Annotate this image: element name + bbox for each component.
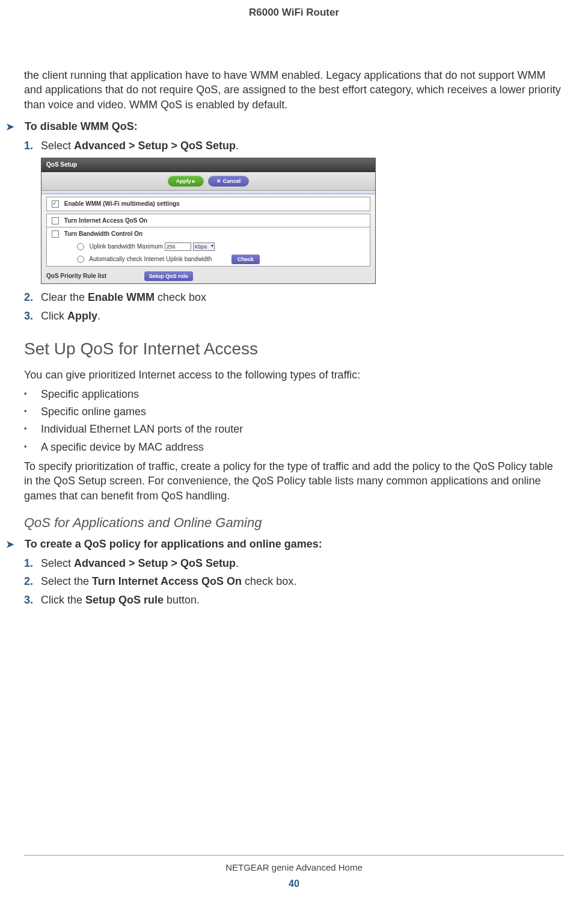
chevron-right-icon: ➤ bbox=[6, 120, 22, 134]
step-bold: Advanced > Setup > QoS Setup bbox=[74, 557, 236, 569]
step-tail: . bbox=[236, 557, 239, 569]
auto-check-radio[interactable] bbox=[77, 256, 84, 263]
step-text: Click bbox=[41, 310, 67, 322]
enable-wmm-checkbox[interactable] bbox=[52, 200, 59, 208]
step-bold: Setup QoS rule bbox=[85, 594, 164, 606]
step-number: 2. bbox=[24, 290, 33, 304]
footer-text: NETGEAR genie Advanced Home bbox=[0, 862, 588, 874]
rule-list-label: QoS Priority Rule list bbox=[46, 273, 106, 279]
step-bold: Turn Internet Access QoS On bbox=[92, 575, 242, 587]
screenshot-titlebar: QoS Setup bbox=[41, 158, 375, 172]
document-header: R6000 WiFi Router bbox=[24, 6, 564, 20]
enable-wmm-row: Enable WMM (Wi-Fi multimedia) settings bbox=[47, 197, 370, 211]
proc1-heading-text: To disable WMM QoS: bbox=[25, 120, 138, 132]
bullet-text: Individual Ethernet LAN ports of the rou… bbox=[41, 423, 243, 435]
step-text: Click the bbox=[41, 594, 85, 606]
bullet-icon: • bbox=[24, 406, 27, 416]
turn-bw-row: Turn Bandwidth Control On bbox=[47, 227, 370, 241]
bullet-icon: • bbox=[24, 388, 27, 399]
auto-check-label: Automatically check Internet Uplink band… bbox=[89, 256, 212, 262]
bullet-icon: • bbox=[24, 441, 27, 452]
auto-check-row: Automatically check Internet Uplink band… bbox=[47, 253, 370, 266]
proc1-step-2: 2. Clear the Enable WMM check box bbox=[24, 290, 564, 304]
turn-bw-label: Turn Bandwidth Control On bbox=[64, 230, 142, 237]
uplink-row: Uplink bandwidth Maximum 256 Kbps bbox=[47, 241, 370, 253]
turn-internet-row: Turn Internet Access QoS On bbox=[47, 214, 370, 228]
check-button[interactable]: Check bbox=[231, 255, 260, 264]
step-number: 2. bbox=[24, 574, 33, 588]
step-bold: Advanced > Setup > QoS Setup bbox=[74, 140, 236, 152]
bullet-text: A specific device by MAC address bbox=[41, 441, 204, 453]
screenshot-button-bar: Apply ▸ ✕ Cancel bbox=[41, 172, 375, 191]
step-text: Clear the bbox=[41, 291, 88, 303]
procedure-1-heading: ➤ To disable WMM QoS: bbox=[6, 119, 564, 134]
uplink-label: Uplink bandwidth Maximum bbox=[90, 243, 163, 250]
proc1-step-1: 1. Select Advanced > Setup > QoS Setup. bbox=[24, 138, 564, 153]
rule-list-row: QoS Priority Rule list Setup QoS rule bbox=[41, 269, 375, 283]
turn-bw-checkbox[interactable] bbox=[52, 230, 59, 238]
proc2-step-2: 2. Select the Turn Internet Access QoS O… bbox=[24, 574, 564, 588]
step-number: 1. bbox=[24, 556, 33, 570]
section-2-heading: Set Up QoS for Internet Access bbox=[24, 338, 564, 360]
enable-wmm-label: Enable WMM (Wi-Fi multimedia) settings bbox=[64, 200, 180, 207]
uplink-radio[interactable] bbox=[77, 243, 84, 250]
bullet-list: •Specific applications •Specific online … bbox=[24, 387, 564, 454]
section-3-heading: QoS for Applications and Online Gaming bbox=[24, 514, 564, 532]
step-tail: . bbox=[97, 310, 100, 322]
uplink-input[interactable]: 256 bbox=[165, 242, 191, 251]
page-footer: NETGEAR genie Advanced Home 40 bbox=[0, 855, 588, 891]
step-text: Select the bbox=[41, 575, 92, 587]
page-number: 40 bbox=[0, 877, 588, 891]
proc2-heading-text: To create a QoS policy for applications … bbox=[25, 538, 322, 550]
proc2-step-1: 1. Select Advanced > Setup > QoS Setup. bbox=[24, 556, 564, 570]
intro-paragraph: the client running that application have… bbox=[24, 68, 564, 112]
step-tail: button. bbox=[164, 594, 200, 606]
turn-internet-label: Turn Internet Access QoS On bbox=[64, 217, 147, 224]
step-text: Select bbox=[41, 557, 74, 569]
step-text: Select bbox=[41, 140, 74, 152]
step-bold: Enable WMM bbox=[88, 291, 155, 303]
list-item: •Individual Ethernet LAN ports of the ro… bbox=[24, 422, 564, 436]
step-tail: . bbox=[236, 140, 239, 152]
step-tail: check box bbox=[155, 291, 206, 303]
proc2-step-3: 3. Click the Setup QoS rule button. bbox=[24, 593, 564, 607]
step-number: 3. bbox=[24, 593, 33, 607]
qos-setup-screenshot: QoS Setup Apply ▸ ✕ Cancel Enable WMM (W… bbox=[41, 158, 376, 284]
setup-qos-rule-button[interactable]: Setup QoS rule bbox=[144, 271, 193, 281]
bullet-icon: • bbox=[24, 423, 27, 434]
list-item: •A specific device by MAC address bbox=[24, 440, 564, 454]
list-item: •Specific applications bbox=[24, 387, 564, 401]
list-item: •Specific online games bbox=[24, 404, 564, 419]
apply-button[interactable]: Apply ▸ bbox=[168, 176, 204, 187]
cancel-button[interactable]: ✕ Cancel bbox=[208, 176, 249, 187]
step-tail: check box. bbox=[242, 575, 296, 587]
section-2-intro: You can give prioritized Internet access… bbox=[24, 368, 564, 382]
proc1-step-3: 3. Click Apply. bbox=[24, 309, 564, 323]
step-number: 1. bbox=[24, 138, 33, 153]
step-number: 3. bbox=[24, 309, 33, 323]
step-bold: Apply bbox=[67, 310, 97, 322]
uplink-unit-select[interactable]: Kbps bbox=[193, 242, 215, 251]
section-2-paragraph: To specify prioritization of traffic, cr… bbox=[24, 459, 564, 503]
bullet-text: Specific online games bbox=[41, 406, 146, 418]
turn-internet-checkbox[interactable] bbox=[52, 217, 59, 224]
bullet-text: Specific applications bbox=[41, 388, 139, 400]
chevron-right-icon: ➤ bbox=[6, 538, 22, 551]
procedure-2-heading: ➤ To create a QoS policy for application… bbox=[6, 537, 564, 551]
